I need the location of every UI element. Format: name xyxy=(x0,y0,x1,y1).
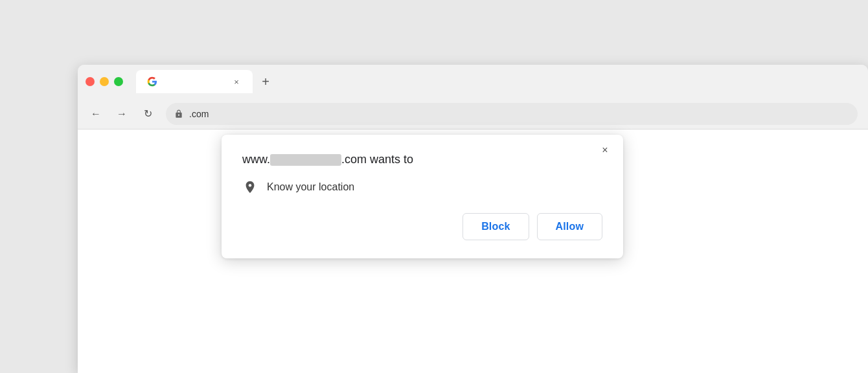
permission-label: Know your location xyxy=(267,181,354,193)
google-logo-icon xyxy=(147,76,157,87)
allow-button[interactable]: Allow xyxy=(537,213,602,240)
redacted-domain xyxy=(270,154,341,166)
permission-popup: × www..com wants to Know your location B… xyxy=(222,135,623,258)
title-bar: × + xyxy=(78,65,868,98)
location-icon xyxy=(242,179,258,195)
reload-button[interactable]: ↻ xyxy=(137,104,158,124)
popup-close-button[interactable]: × xyxy=(597,142,613,158)
browser-tab[interactable]: × xyxy=(136,70,253,93)
tab-bar: × + xyxy=(136,70,860,93)
block-button[interactable]: Block xyxy=(463,213,529,240)
new-tab-button[interactable]: + xyxy=(255,71,276,92)
minimize-button[interactable] xyxy=(100,77,109,86)
popup-title-suffix: .com wants to xyxy=(341,153,413,166)
traffic-lights xyxy=(86,77,123,86)
popup-actions: Block Allow xyxy=(242,213,602,240)
permission-item: Know your location xyxy=(242,179,602,195)
lock-icon xyxy=(174,109,184,119)
popup-title-prefix: www. xyxy=(242,153,270,166)
maximize-button[interactable] xyxy=(114,77,123,86)
address-text: .com xyxy=(189,109,209,119)
back-button[interactable]: ← xyxy=(86,104,106,124)
close-button[interactable] xyxy=(86,77,95,86)
address-bar[interactable]: .com xyxy=(166,103,858,125)
content-area: × www..com wants to Know your location B… xyxy=(78,130,868,373)
popup-title: www..com wants to xyxy=(242,153,602,166)
browser-window: × + ← → ↻ .com xyxy=(78,65,868,373)
toolbar: ← → ↻ .com xyxy=(78,98,868,130)
tab-close-button[interactable]: × xyxy=(231,76,242,87)
forward-button[interactable]: → xyxy=(111,104,132,124)
tab-favicon xyxy=(146,76,158,87)
